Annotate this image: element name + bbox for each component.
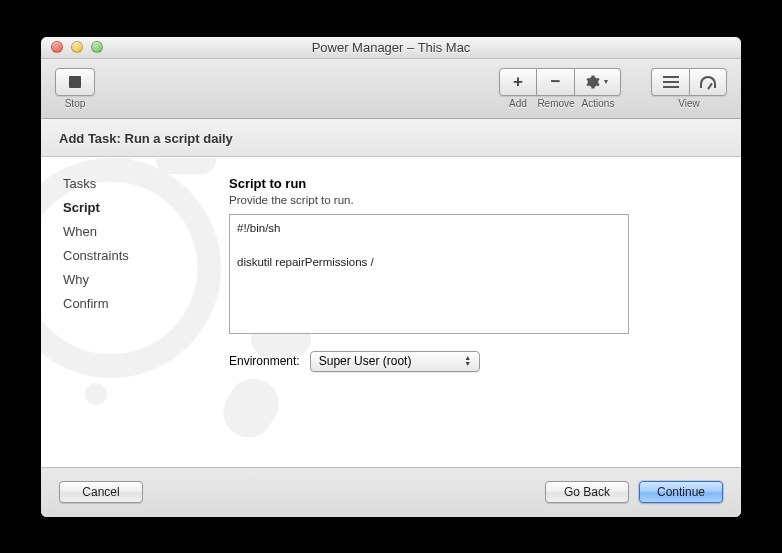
window-controls [41, 41, 103, 53]
remove-label: Remove [537, 98, 574, 109]
view-label: View [678, 98, 700, 109]
sheet-body: Tasks Script When Constraints Why Confir… [41, 157, 741, 467]
stop-button[interactable] [55, 68, 95, 96]
actions-button[interactable]: ▼ [575, 68, 621, 96]
script-textarea[interactable] [229, 214, 629, 334]
toolbar-view-group: View [651, 68, 727, 109]
nav-item-when[interactable]: When [63, 224, 193, 239]
sheet-nav: Tasks Script When Constraints Why Confir… [41, 158, 201, 467]
app-window: Power Manager – This Mac Stop + Add − Re… [41, 37, 741, 517]
view-segmented [651, 68, 727, 96]
view-gauge-button[interactable] [689, 68, 727, 96]
environment-value: Super User (root) [319, 354, 412, 368]
environment-popup[interactable]: Super User (root) ▲▼ [310, 351, 480, 372]
nav-item-constraints[interactable]: Constraints [63, 248, 193, 263]
gear-icon [586, 75, 600, 89]
remove-button[interactable]: − [537, 68, 575, 96]
minus-icon: − [551, 72, 561, 92]
sheet-main: Script to run Provide the script to run.… [201, 158, 741, 467]
continue-button[interactable]: Continue [639, 481, 723, 503]
stop-icon [69, 76, 81, 88]
nav-item-script[interactable]: Script [63, 200, 193, 215]
titlebar: Power Manager – This Mac [41, 37, 741, 59]
toolbar-stop-group: Stop [55, 68, 95, 109]
nav-item-why[interactable]: Why [63, 272, 193, 287]
toolbar-actions-group: ▼ Actions [575, 68, 621, 109]
section-subtitle: Provide the script to run. [229, 194, 713, 206]
add-button[interactable]: + [499, 68, 537, 96]
window-title: Power Manager – This Mac [41, 40, 741, 55]
close-window-button[interactable] [51, 41, 63, 53]
gauge-icon [700, 76, 716, 88]
nav-item-tasks[interactable]: Tasks [63, 176, 193, 191]
go-back-button[interactable]: Go Back [545, 481, 629, 503]
stop-label: Stop [65, 98, 86, 109]
sheet: Add Task: Run a script daily Tasks Scrip… [41, 119, 741, 517]
toolbar-remove-group: − Remove [537, 68, 575, 109]
environment-label: Environment: [229, 354, 300, 368]
environment-row: Environment: Super User (root) ▲▼ [229, 351, 713, 372]
updown-icon: ▲▼ [461, 355, 475, 367]
cancel-button[interactable]: Cancel [59, 481, 143, 503]
plus-icon: + [513, 72, 523, 92]
add-label: Add [509, 98, 527, 109]
nav-item-confirm[interactable]: Confirm [63, 296, 193, 311]
toolbar-add-group: + Add [499, 68, 537, 109]
section-title: Script to run [229, 176, 713, 191]
sheet-header: Add Task: Run a script daily [41, 119, 741, 157]
toolbar: Stop + Add − Remove ▼ Actions [41, 59, 741, 119]
list-icon [663, 76, 679, 88]
sheet-footer: Cancel Go Back Continue [41, 467, 741, 517]
view-list-button[interactable] [651, 68, 689, 96]
chevron-down-icon: ▼ [603, 78, 610, 85]
zoom-window-button[interactable] [91, 41, 103, 53]
minimize-window-button[interactable] [71, 41, 83, 53]
actions-label: Actions [582, 98, 615, 109]
